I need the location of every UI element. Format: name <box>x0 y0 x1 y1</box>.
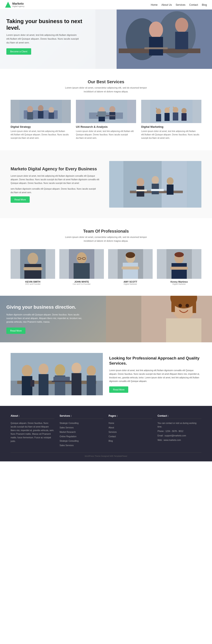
team-member-2: AMY SCOTT Digital Marketer <box>108 249 153 285</box>
logo-icon <box>5 2 11 8</box>
service-desc-0: Lorem ipsum dolor sit amet, test link ad… <box>11 130 71 140</box>
footer-contact-title: Contact : <box>157 414 201 419</box>
footer-pages-title: Pages : <box>109 414 152 419</box>
quality-read-more-button[interactable]: Read More <box>109 386 128 393</box>
footer-contact: Contact : You can contact or visit us du… <box>157 414 201 448</box>
svg-rect-40 <box>162 161 187 208</box>
svg-rect-6 <box>149 37 163 56</box>
svg-point-78 <box>185 304 189 308</box>
footer-page-0[interactable]: Home <box>109 421 152 425</box>
service-title-1: UX Research & Analysis <box>76 125 136 128</box>
nav-home[interactable]: Home <box>151 4 157 6</box>
nav-blog[interactable]: Blog <box>202 4 207 6</box>
team-name-3: Kenny Martinez <box>157 280 201 283</box>
svg-rect-52 <box>24 264 41 279</box>
nav-services[interactable]: Services <box>176 4 185 6</box>
svg-rect-13 <box>27 112 33 120</box>
footer-page-2[interactable]: Services <box>109 430 152 434</box>
svg-point-51 <box>28 253 38 264</box>
svg-point-42 <box>137 178 144 186</box>
footer-page-1[interactable]: About <box>109 426 152 430</box>
svg-point-5 <box>149 22 163 38</box>
cta-image <box>106 296 212 342</box>
quality-image <box>11 353 103 395</box>
svg-point-33 <box>181 108 186 114</box>
cta-read-more-button[interactable]: Read More <box>6 328 26 334</box>
svg-point-22 <box>109 106 115 112</box>
footer-service-2[interactable]: Market Research <box>60 430 103 434</box>
svg-point-86 <box>55 364 65 376</box>
service-title-2: Digital Marketing <box>141 125 201 128</box>
svg-rect-74 <box>171 296 175 312</box>
team-role-3: Digital Marketer <box>157 283 201 285</box>
about-image <box>109 161 201 208</box>
footer-service-5[interactable]: Sales Services <box>60 444 103 447</box>
svg-rect-28 <box>156 114 161 122</box>
become-client-button[interactable]: Become a Client <box>6 48 31 55</box>
cta-description: Nullam dignissim convallis elit Quisque … <box>6 313 83 324</box>
svg-rect-85 <box>39 374 49 395</box>
hero-section: Taking your business to next level. Lore… <box>0 10 212 69</box>
service-title-0: Digital Strategy <box>11 125 71 128</box>
team-image-0 <box>11 249 55 279</box>
hero-description: Lorem ipsum dolor sit amet, test link ad… <box>6 33 83 44</box>
footer-copyright: WordPress Theme Designed With TemplateFl… <box>11 452 201 457</box>
footer-services: Services : Strategic Consulting Sales Se… <box>60 414 103 448</box>
about-title: Marketo Digital Agency for Every Busines… <box>11 166 103 172</box>
footer-service-3[interactable]: Online Regulation <box>60 435 103 438</box>
svg-rect-18 <box>85 100 127 123</box>
cta-banner: Giving your business direction. Nullam d… <box>0 296 212 342</box>
cta-title: Giving your business direction. <box>6 304 83 310</box>
services-section: Our Best Services Lorem ipsum dolor sit … <box>0 69 212 150</box>
team-image-3 <box>157 249 201 279</box>
services-subtitle: Lorem ipsum dolor sit amet, consectetur … <box>64 86 148 94</box>
footer-service-1[interactable]: Sales Services <box>60 426 103 430</box>
svg-rect-15 <box>38 111 44 118</box>
svg-point-67 <box>174 252 184 257</box>
footer-page-4[interactable]: Blog <box>109 439 152 443</box>
svg-rect-94 <box>30 380 34 386</box>
team-role-2: Digital Marketer <box>108 283 153 285</box>
footer-about-title: About : <box>11 414 55 419</box>
service-desc-1: Lorem ipsum dolor sit amet, test link ad… <box>76 130 136 140</box>
navbar: Marketo Digital Agency Home About Us Ser… <box>0 0 212 10</box>
svg-rect-93 <box>52 381 71 382</box>
footer-about-text: Quisque aliquam. Donec faucibus. Nunc ia… <box>11 421 55 443</box>
about-paragraph-1: sem.Nullam dignissim convallis elit Quis… <box>11 187 103 194</box>
svg-rect-30 <box>164 113 170 121</box>
svg-point-7 <box>175 18 188 32</box>
svg-point-88 <box>71 363 81 374</box>
nav-contact[interactable]: Contact <box>189 4 198 6</box>
team-section: Team Of Professionals Lorem ipsum dolor … <box>0 218 212 296</box>
quality-text-col: Looking for Professional Approach and Qu… <box>109 356 201 393</box>
services-title: Our Best Services <box>6 80 206 84</box>
cta-content: Giving your business direction. Nullam d… <box>0 296 89 342</box>
footer-service-0[interactable]: Strategic Consulting <box>60 421 103 425</box>
quality-section: Looking for Professional Approach and Qu… <box>0 342 212 406</box>
footer-email: Email : support@marketo.com <box>157 434 201 438</box>
svg-rect-92 <box>53 377 70 382</box>
footer-service-4[interactable]: Strategic Consulting <box>60 439 103 443</box>
services-grid: Digital Strategy Lorem ipsum dolor sit a… <box>11 100 201 140</box>
svg-point-16 <box>49 107 54 113</box>
team-role-1: Ceo and Co-Founder <box>59 283 104 285</box>
team-name-1: JOHN WHITE <box>59 280 104 283</box>
svg-rect-25 <box>98 112 106 117</box>
svg-rect-8 <box>175 32 188 49</box>
team-image-2 <box>108 249 153 279</box>
svg-rect-9 <box>144 48 168 49</box>
team-image-1 <box>59 249 104 279</box>
about-read-more-button[interactable]: Read More <box>11 196 30 203</box>
nav-links: Home About Us Services Contact Blog <box>151 3 207 6</box>
team-member-1: JOHN WHITE Ceo and Co-Founder <box>59 249 104 285</box>
svg-point-14 <box>38 105 44 112</box>
svg-rect-75 <box>192 296 196 313</box>
team-role-0: CEO and Founder <box>11 283 55 285</box>
svg-point-62 <box>126 252 135 258</box>
svg-rect-64 <box>121 266 139 270</box>
nav-about[interactable]: About Us <box>161 4 172 6</box>
footer-pages: Pages : Home About Services Contact Blog <box>109 414 152 448</box>
svg-rect-68 <box>171 263 187 279</box>
svg-rect-56 <box>74 263 90 279</box>
footer-page-3[interactable]: Contact <box>109 435 152 438</box>
